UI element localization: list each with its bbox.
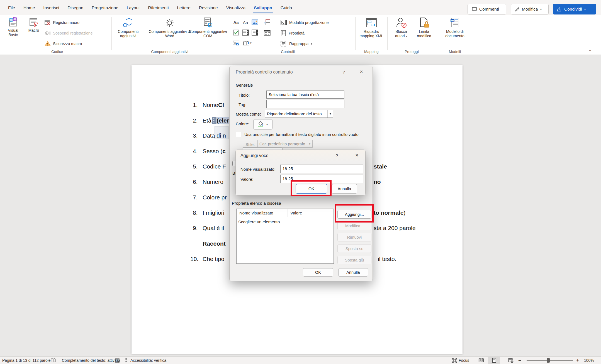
read-mode-button[interactable] (475, 357, 487, 364)
com-addins-button[interactable]: Componenti aggiuntivi COM (186, 17, 230, 38)
tab-inserisci[interactable]: Inserisci (39, 0, 63, 15)
group-separator (355, 17, 356, 50)
legacy-tools-button[interactable] (232, 39, 240, 47)
picture-control-button[interactable] (251, 18, 259, 26)
collapse-ribbon-button[interactable]: ⌄ (588, 48, 592, 52)
list-number: 1. (193, 102, 203, 108)
design-mode-icon (280, 19, 287, 26)
focus-mode-button[interactable]: Focus (452, 357, 469, 364)
ribbon-sviluppo: Visual Basic Macro Registra macro Sospen… (0, 15, 601, 55)
properties-button[interactable]: Proprietà (280, 29, 305, 37)
document-template-button[interactable]: W Modello di documento (442, 17, 468, 38)
text-completion-status[interactable]: Completamento del testo: attivato (62, 357, 120, 364)
document-template-label-line1: Modello di (446, 30, 464, 34)
com-addins-label: Componenti aggiuntivi COM (187, 30, 229, 38)
tab-visualizza[interactable]: Visualizza (222, 0, 250, 15)
tab-layout[interactable]: Layout (123, 0, 144, 15)
macro-record-icon[interactable] (115, 357, 120, 364)
edit-mode-button[interactable]: Modifica ▾ (511, 4, 549, 14)
date-picker-control-button[interactable] (263, 29, 271, 36)
close-icon[interactable]: ✕ (353, 153, 361, 158)
chevron-down-icon: ▾ (327, 110, 333, 118)
web-layout-button[interactable] (505, 357, 517, 364)
plain-text-control-button[interactable]: Aa (241, 18, 250, 26)
share-button[interactable]: Condividi ▾ (553, 4, 596, 14)
zoom-slider-track[interactable] (527, 360, 573, 361)
design-mode-button[interactable]: Modalità progettazione (280, 18, 329, 27)
tab-home[interactable]: Home (19, 0, 39, 15)
page-indicator[interactable]: Pagina 1 di 1 (2, 357, 25, 364)
help-button[interactable]: ? (340, 70, 348, 74)
group-separator (436, 17, 436, 50)
display-name-label: Nome visualizzato: (240, 167, 276, 172)
doc-line-6: 6. Numero (193, 179, 223, 185)
xml-mapping-pane-button[interactable]: Riquadro mapping XML (356, 17, 387, 38)
status-bar: Pagina 1 di 1 3 di 112 parole Completame… (0, 356, 601, 364)
accessibility-status[interactable]: Accessibilità: verifica (130, 357, 166, 364)
tab-sviluppo-active[interactable]: Sviluppo (250, 0, 276, 15)
chevron-down-icon: ▾ (584, 8, 586, 11)
proofing-icon[interactable] (51, 357, 56, 364)
tab-riferimenti[interactable]: Riferimenti (144, 0, 173, 15)
ok-button[interactable]: OK (303, 268, 333, 277)
group-controls-button[interactable]: Raggruppa ▾ (280, 40, 312, 48)
list-number: 4. (193, 148, 203, 155)
group-label-modelli: Modelli (436, 50, 474, 54)
style-label-disabled: Stile: (245, 142, 255, 147)
tab-guida[interactable]: Guida (276, 0, 296, 15)
tab-revisione[interactable]: Revisione (195, 0, 222, 15)
group-separator (228, 17, 228, 50)
choices-list[interactable]: Nome visualizzato Valore Scegliere un el… (236, 209, 334, 264)
style-select-disabled: Car. predefinito paragrafo ▾ (257, 140, 313, 148)
cancel-button[interactable]: Annulla (332, 184, 357, 194)
focus-label: Focus (459, 358, 469, 363)
design-mode-label: Modalità progettazione (289, 20, 329, 25)
annotation-box-ok (291, 180, 332, 196)
word-count[interactable]: 3 di 112 parole (25, 357, 51, 364)
close-icon[interactable]: ✕ (357, 69, 366, 74)
zoom-in-button[interactable]: + (576, 357, 579, 364)
zoom-level[interactable]: 100% (584, 357, 594, 364)
block-authors-button[interactable]: Blocca autori ▾ (390, 17, 412, 38)
repeating-section-icon (264, 19, 271, 25)
tab-file[interactable]: File (4, 0, 19, 15)
record-macro-button[interactable]: Registra macro (45, 18, 79, 27)
help-button[interactable]: ? (333, 153, 341, 158)
show-as-select[interactable]: Riquadro delimitatore del testo ▾ (265, 110, 333, 118)
combo-box-control-button[interactable] (241, 29, 250, 36)
tab-disegno[interactable]: Disegno (63, 0, 87, 15)
tab-progettazione[interactable]: Progettazione (87, 0, 123, 15)
color-picker-button[interactable]: ▼ (253, 119, 272, 130)
addins-button[interactable]: Componenti aggiuntivi (107, 17, 149, 38)
visual-basic-button[interactable]: Visual Basic (5, 17, 21, 37)
tab-lettere[interactable]: Lettere (173, 0, 194, 15)
toolbox-icon (243, 40, 250, 46)
column-header-name[interactable]: Nome visualizzato (239, 211, 273, 215)
toolbox-button[interactable]: ▾ (241, 39, 254, 47)
accessibility-icon[interactable] (124, 357, 128, 364)
content-control-handle[interactable] (212, 117, 216, 124)
zoom-out-button[interactable]: − (518, 357, 521, 364)
display-name-input[interactable] (280, 165, 363, 173)
move-down-button: Sposta giù (337, 256, 371, 264)
restrict-editing-button[interactable]: Limita modifica (413, 17, 435, 38)
zoom-slider-handle[interactable] (547, 358, 550, 363)
column-header-value[interactable]: Valore (290, 211, 302, 215)
macro-icon (28, 17, 39, 27)
repeating-section-control-button[interactable] (263, 18, 271, 26)
macro-security-button[interactable]: Sicurezza macro (45, 40, 82, 48)
list-item[interactable]: Scegliere un elemento. (238, 219, 281, 224)
checkbox-control-button[interactable] (232, 29, 240, 36)
macro-button[interactable]: Macro (26, 17, 42, 33)
cancel-button[interactable]: Annulla (338, 268, 368, 277)
group-label-codice: Codice (3, 50, 111, 54)
print-layout-button[interactable] (488, 357, 500, 364)
comments-button[interactable]: Commenti (468, 4, 506, 14)
dropdown-list-control-button[interactable] (251, 29, 259, 36)
addins-label: Componenti aggiuntivi (113, 30, 143, 38)
list-number: 2. (193, 117, 203, 124)
rich-text-control-button[interactable]: Aa (232, 18, 240, 26)
tag-input[interactable] (266, 100, 344, 108)
use-style-checkbox[interactable] (236, 132, 241, 137)
title-input[interactable] (266, 91, 344, 99)
